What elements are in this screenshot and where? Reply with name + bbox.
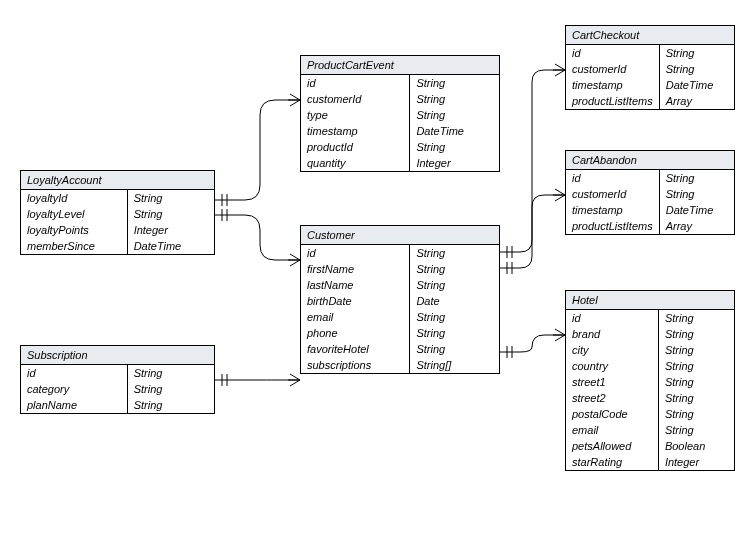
attribute-row: idString	[566, 45, 734, 61]
attribute-type: String	[659, 61, 734, 77]
attribute-type: String	[410, 75, 499, 91]
attribute-type: Date	[410, 293, 499, 309]
attribute-name: timestamp	[566, 77, 659, 93]
attribute-name: firstName	[301, 261, 410, 277]
attribute-row: favoriteHotelString	[301, 341, 499, 357]
attribute-name: subscriptions	[301, 357, 410, 373]
attribute-name: customerId	[301, 91, 410, 107]
attribute-row: starRatingInteger	[566, 454, 734, 470]
attribute-name: type	[301, 107, 410, 123]
attribute-type: String	[410, 139, 499, 155]
attribute-name: id	[566, 170, 659, 186]
attribute-row: productListItemsArray	[566, 93, 734, 109]
entity-title: Hotel	[566, 291, 734, 310]
attribute-type: String	[658, 310, 734, 326]
attribute-type: Array	[659, 218, 734, 234]
attribute-name: timestamp	[566, 202, 659, 218]
attribute-row: subscriptionsString[]	[301, 357, 499, 373]
attribute-name: memberSince	[21, 238, 127, 254]
attribute-row: timestampDateTime	[566, 202, 734, 218]
attribute-row: idString	[301, 245, 499, 261]
attribute-name: country	[566, 358, 658, 374]
attribute-name: id	[21, 365, 127, 381]
entity-subscription: Subscription idStringcategoryStringplanN…	[20, 345, 215, 414]
entity-title: CartCheckout	[566, 26, 734, 45]
attribute-type: String	[658, 326, 734, 342]
entity-title: Subscription	[21, 346, 214, 365]
attribute-row: productIdString	[301, 139, 499, 155]
attribute-row: memberSinceDateTime	[21, 238, 214, 254]
entity-cart-checkout: CartCheckout idStringcustomerIdStringtim…	[565, 25, 735, 110]
attribute-name: starRating	[566, 454, 658, 470]
attribute-name: productListItems	[566, 218, 659, 234]
attribute-name: productId	[301, 139, 410, 155]
attribute-row: phoneString	[301, 325, 499, 341]
attribute-name: productListItems	[566, 93, 659, 109]
entity-title: ProductCartEvent	[301, 56, 499, 75]
attribute-type: DateTime	[127, 238, 214, 254]
attribute-row: birthDateDate	[301, 293, 499, 309]
attribute-name: street1	[566, 374, 658, 390]
attribute-type: String	[127, 381, 214, 397]
attribute-row: lastNameString	[301, 277, 499, 293]
attribute-name: id	[566, 310, 658, 326]
attribute-name: id	[301, 75, 410, 91]
attribute-name: id	[301, 245, 410, 261]
attribute-type: String	[127, 397, 214, 413]
attribute-row: timestampDateTime	[566, 77, 734, 93]
attribute-type: String	[658, 422, 734, 438]
attribute-row: idString	[566, 170, 734, 186]
er-diagram-canvas: LoyaltyAccount loyaltyIdStringloyaltyLev…	[0, 0, 750, 546]
attribute-row: emailString	[301, 309, 499, 325]
attribute-row: idString	[21, 365, 214, 381]
entity-body: idStringcustomerIdStringtypeStringtimest…	[301, 75, 499, 171]
attribute-row: loyaltyLevelString	[21, 206, 214, 222]
entity-customer: Customer idStringfirstNameStringlastName…	[300, 225, 500, 374]
attribute-type: String	[127, 190, 214, 206]
attribute-row: idString	[566, 310, 734, 326]
attribute-row: timestampDateTime	[301, 123, 499, 139]
attribute-row: brandString	[566, 326, 734, 342]
attribute-type: String	[410, 107, 499, 123]
attribute-name: brand	[566, 326, 658, 342]
attribute-type: String	[410, 341, 499, 357]
attribute-type: String	[410, 325, 499, 341]
attribute-name: email	[301, 309, 410, 325]
entity-body: loyaltyIdStringloyaltyLevelStringloyalty…	[21, 190, 214, 254]
entity-body: idStringcustomerIdStringtimestampDateTim…	[566, 170, 734, 234]
attribute-type: String	[127, 206, 214, 222]
attribute-type: String	[410, 91, 499, 107]
attribute-row: idString	[301, 75, 499, 91]
attribute-row: street2String	[566, 390, 734, 406]
attribute-row: firstNameString	[301, 261, 499, 277]
attribute-name: email	[566, 422, 658, 438]
attribute-row: countryString	[566, 358, 734, 374]
attribute-type: String	[127, 365, 214, 381]
attribute-row: typeString	[301, 107, 499, 123]
attribute-type: Integer	[127, 222, 214, 238]
attribute-name: favoriteHotel	[301, 341, 410, 357]
attribute-type: Boolean	[658, 438, 734, 454]
attribute-name: phone	[301, 325, 410, 341]
attribute-row: street1String	[566, 374, 734, 390]
attribute-type: DateTime	[659, 77, 734, 93]
attribute-name: city	[566, 342, 658, 358]
entity-hotel: Hotel idStringbrandStringcityStringcount…	[565, 290, 735, 471]
attribute-name: loyaltyLevel	[21, 206, 127, 222]
attribute-name: birthDate	[301, 293, 410, 309]
attribute-name: planName	[21, 397, 127, 413]
attribute-type: String	[658, 358, 734, 374]
attribute-name: category	[21, 381, 127, 397]
attribute-type: String	[659, 186, 734, 202]
entity-body: idStringcustomerIdStringtimestampDateTim…	[566, 45, 734, 109]
attribute-type: Integer	[410, 155, 499, 171]
attribute-type: String	[659, 170, 734, 186]
attribute-name: customerId	[566, 61, 659, 77]
attribute-type: String[]	[410, 357, 499, 373]
attribute-row: loyaltyIdString	[21, 190, 214, 206]
attribute-row: customerIdString	[301, 91, 499, 107]
attribute-name: quantity	[301, 155, 410, 171]
entity-body: idStringbrandStringcityStringcountryStri…	[566, 310, 734, 470]
attribute-type: String	[659, 45, 734, 61]
attribute-name: id	[566, 45, 659, 61]
